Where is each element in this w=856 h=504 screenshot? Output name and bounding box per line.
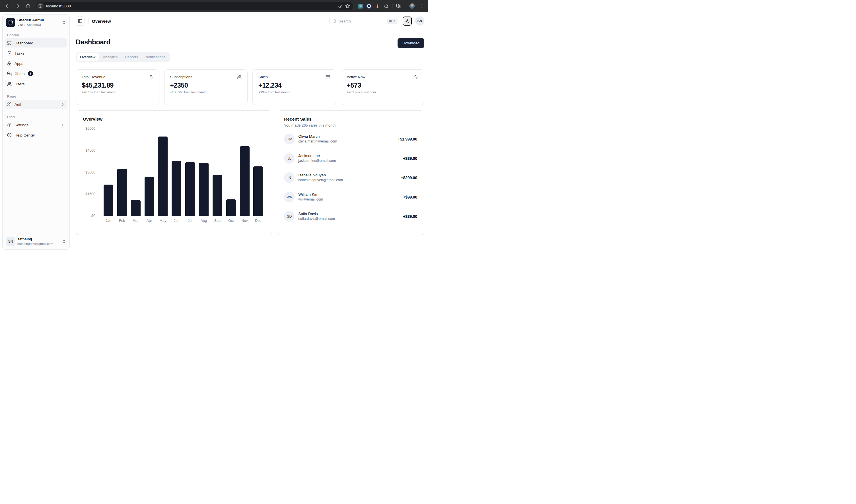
- forward-icon[interactable]: [14, 2, 22, 10]
- stat-card-total-revenue: Total Revenue $45,231.89 +20.1% from las…: [76, 69, 159, 105]
- sidebar-section: Auth: [5, 100, 67, 109]
- bar-jan: [104, 185, 113, 216]
- x-tick-label: Sep: [214, 219, 221, 223]
- chevron-right-icon: [60, 123, 65, 127]
- stat-value: +573: [347, 82, 419, 89]
- toolbar-divider: [392, 3, 392, 8]
- bar-slot-feb: Feb: [115, 129, 129, 216]
- account-avatar[interactable]: SN: [415, 17, 424, 25]
- tab-reports[interactable]: Reports: [122, 53, 141, 61]
- tab-overview[interactable]: Overview: [76, 53, 99, 61]
- sale-meta: Olivia Martin olivia.martin@email.com: [298, 134, 337, 144]
- bar-slot-may: May: [156, 129, 170, 216]
- sidebar-item-apps[interactable]: Apps: [5, 59, 67, 68]
- sidebar-item-label: Users: [15, 82, 24, 86]
- x-tick-label: Oct: [228, 219, 234, 223]
- recent-sale-row: OM Olivia Martin olivia.martin@email.com…: [284, 134, 417, 144]
- user-email: satnaingdev@gmail.com: [17, 242, 60, 246]
- dashboard-tabs: OverviewAnalyticsReportsNotifications: [76, 52, 170, 62]
- stat-change: +180.1% from last month: [170, 90, 242, 94]
- url-text[interactable]: localhost:3000: [46, 4, 336, 8]
- auth-lock-icon: [7, 102, 12, 107]
- recent-sales-subtitle: You made 265 sales this month.: [284, 123, 417, 127]
- reading-list-icon[interactable]: [396, 3, 401, 8]
- sidebar-section-label: Other: [7, 115, 65, 119]
- theme-toggle-button[interactable]: [403, 17, 412, 25]
- stat-card-subscriptions: Subscriptions +2350 +180.1% from last mo…: [164, 69, 248, 105]
- sidebar-item-users[interactable]: Users: [5, 79, 67, 88]
- tab-analytics[interactable]: Analytics: [99, 53, 121, 61]
- reload-icon[interactable]: [24, 2, 32, 10]
- stat-title: Active Now: [347, 75, 365, 79]
- x-tick-label: Dec: [255, 219, 261, 223]
- page-title: Dashboard: [76, 38, 110, 46]
- team-meta: Shadcn Admin Vite + ShadcnUI: [17, 18, 60, 27]
- chart-title: Overview: [83, 116, 265, 122]
- bar-nov: [240, 146, 249, 216]
- stat-title: Subscriptions: [170, 75, 192, 79]
- address-bar[interactable]: localhost:3000: [36, 2, 353, 10]
- sale-customer-email: jackson.lee@email.com: [298, 158, 336, 163]
- layout-dashboard-icon: [7, 41, 12, 45]
- sidebar-item-auth[interactable]: Auth: [5, 100, 67, 109]
- recent-sale-row: JL Jackson Lee jackson.lee@email.com +$3…: [284, 153, 417, 164]
- sale-customer-name: Jackson Lee: [298, 153, 336, 158]
- sidebar-item-chats[interactable]: Chats3: [5, 69, 67, 78]
- y-tick-label: $0: [91, 214, 95, 218]
- sidebar-toggle-button[interactable]: [76, 17, 85, 25]
- sidebar-item-label: Dashboard: [15, 41, 33, 45]
- profile-avatar[interactable]: [409, 3, 415, 9]
- stat-title: Total Revenue: [82, 75, 105, 79]
- sale-customer-email: isabella.nguyen@email.com: [298, 178, 343, 183]
- more-menu-icon[interactable]: [419, 4, 423, 8]
- stat-value: $45,231.89: [82, 82, 153, 89]
- overview-chart-card: Overview $0$1500$3000$4500$6000 Jan Feb …: [76, 110, 272, 235]
- x-tick-label: Feb: [119, 219, 125, 223]
- x-tick-label: Apr: [146, 219, 152, 223]
- sidebar-section-label: Pages: [7, 95, 65, 98]
- bar-sep: [213, 175, 222, 216]
- stat-change: +201 since last hour: [347, 90, 419, 94]
- sidebar-item-label: Tasks: [15, 51, 24, 55]
- bookmark-star-icon[interactable]: [345, 4, 350, 8]
- bar-jul: [185, 162, 195, 216]
- sale-avatar: JL: [284, 153, 295, 164]
- help-icon: [7, 133, 12, 137]
- users-icon: [7, 82, 12, 86]
- user-meta: satnaing satnaingdev@gmail.com: [17, 237, 60, 246]
- recent-sale-row: WK William Kim will@email.com +$99.00: [284, 192, 417, 202]
- bar-slot-nov: Nov: [238, 129, 251, 216]
- key-icon[interactable]: [338, 4, 343, 8]
- lighthouse-extension-icon[interactable]: [375, 4, 380, 8]
- team-name: Shadcn Admin: [17, 18, 60, 23]
- stat-card-sales: Sales +12,234 +19% from last month: [252, 69, 336, 105]
- stat-change: +19% from last month: [258, 90, 330, 94]
- sale-avatar: OM: [284, 134, 295, 144]
- tab-notifications[interactable]: Notifications: [142, 53, 169, 61]
- sidebar-user-menu[interactable]: SN satnaing satnaingdev@gmail.com: [5, 236, 67, 247]
- y-tick-label: $3000: [85, 170, 95, 174]
- x-tick-label: May: [160, 219, 167, 223]
- sidebar-item-help-center[interactable]: Help Center: [5, 130, 67, 140]
- x-tick-label: Jan: [106, 219, 111, 223]
- search-input[interactable]: Search ⌘ K: [329, 17, 399, 25]
- back-icon[interactable]: [3, 2, 11, 10]
- tasks-icon: [7, 51, 12, 55]
- snowflake-extension-icon[interactable]: [358, 4, 363, 8]
- download-button[interactable]: Download: [398, 38, 424, 48]
- puzzle-extensions-icon[interactable]: [384, 4, 388, 8]
- sidebar-item-dashboard[interactable]: Dashboard: [5, 38, 67, 48]
- stat-value: +12,234: [258, 82, 330, 89]
- onepassword-extension-icon[interactable]: [367, 4, 371, 8]
- team-switcher[interactable]: Shadcn Admin Vite + ShadcnUI: [5, 17, 67, 28]
- info-icon[interactable]: [37, 3, 44, 10]
- subscribers-icon: [237, 74, 242, 79]
- bar-oct: [226, 199, 236, 216]
- user-avatar: SN: [6, 237, 15, 246]
- sale-customer-email: will@email.com: [298, 197, 323, 202]
- sidebar-item-label: Apps: [15, 61, 23, 66]
- sidebar-item-tasks[interactable]: Tasks: [5, 49, 67, 58]
- sidebar-item-settings[interactable]: Settings: [5, 120, 67, 129]
- recent-sales-list: OM Olivia Martin olivia.martin@email.com…: [284, 134, 417, 221]
- recent-sale-row: SD Sofia Davis sofia.davis@email.com +$3…: [284, 211, 417, 221]
